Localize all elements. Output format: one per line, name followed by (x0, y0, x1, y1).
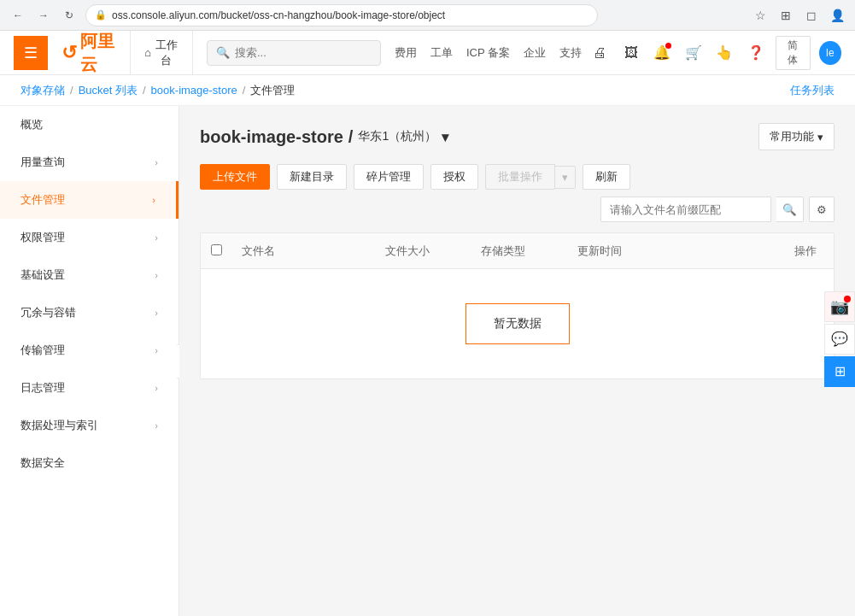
toolbar: 上传文件 新建目录 碎片管理 授权 批量操作 ▾ 刷新 🔍 ⚙ (200, 164, 835, 222)
sidebar-label-transfer: 传输管理 (20, 343, 65, 358)
chevron-usage: › (155, 157, 158, 167)
col-action-header: 操作 (721, 243, 823, 259)
header-checkbox[interactable] (211, 244, 242, 258)
avatar[interactable]: Ie (819, 41, 841, 65)
top-nav: ☰ ↺ 阿里云 ⌂ 工作台 🔍 费用 工单 ICP 备案 企业 支持 🖨 🖼 🔔… (0, 31, 855, 75)
sidebar-item-permissions[interactable]: 权限管理 › (0, 219, 179, 256)
nav-cart-icon[interactable]: 🛒 (682, 41, 704, 65)
search-area[interactable]: 🔍 (207, 40, 381, 66)
breadcrumb-sep-2: / (143, 84, 146, 97)
sidebar-item-file-management[interactable]: 文件管理 › (0, 181, 179, 219)
batch-button[interactable]: 批量操作 (485, 164, 555, 190)
sidebar-label-file-management: 文件管理 (20, 192, 65, 208)
sidebar-item-transfer[interactable]: 传输管理 › (0, 331, 179, 369)
sidebar: 概览 用量查询 › 文件管理 › 权限管理 › 基础设置 › 冗余与容错 › 传… (0, 106, 179, 616)
browser-back-btn[interactable]: ← (9, 6, 27, 25)
breadcrumb-bar: 对象存储 / Bucket 列表 / book-image-store / 文件… (0, 75, 855, 106)
sidebar-item-data-security[interactable]: 数据安全 (0, 444, 179, 482)
breadcrumb-left: 对象存储 / Bucket 列表 / book-image-store / 文件… (20, 83, 295, 98)
address-bar[interactable]: 🔒 oss.console.aliyun.com/bucket/oss-cn-h… (85, 4, 598, 26)
nav-link-ticket[interactable]: 工单 (430, 45, 453, 61)
browser-bar: ← → ↻ 🔒 oss.console.aliyun.com/bucket/os… (0, 0, 855, 31)
sidebar-item-redundancy[interactable]: 冗余与容错 › (0, 294, 179, 331)
search-icon: 🔍 (782, 203, 797, 216)
file-search-button[interactable]: 🔍 (776, 197, 804, 222)
browser-refresh-btn[interactable]: ↻ (60, 6, 79, 25)
nav-link-icp[interactable]: ICP 备案 (466, 45, 510, 61)
browser-forward-btn[interactable]: → (34, 6, 53, 25)
region-label: 华东1（杭州） (358, 129, 436, 144)
float-btn-grid[interactable]: ⊞ (824, 356, 855, 387)
nav-print-icon[interactable]: 🖨 (589, 41, 611, 65)
select-all-checkbox[interactable] (211, 244, 222, 255)
col-time-header: 更新时间 (577, 243, 721, 259)
refresh-button[interactable]: 刷新 (583, 164, 630, 190)
float-btn-camera[interactable]: 📷 (824, 291, 855, 322)
browser-window-btn[interactable]: ◻ (802, 6, 821, 25)
chevron-file-management: › (152, 195, 155, 205)
empty-text: 暂无数据 (494, 316, 542, 330)
workbench-icon: ⌂ (144, 46, 151, 59)
breadcrumb-sep-1: / (70, 84, 73, 97)
nav-image-icon[interactable]: 🖼 (619, 41, 641, 65)
logo[interactable]: ↺ 阿里云 (61, 30, 116, 76)
url-text: oss.console.aliyun.com/bucket/oss-cn-han… (112, 9, 445, 21)
nav-help-icon[interactable]: ❓ (744, 41, 766, 65)
chevron-redundancy: › (155, 308, 158, 318)
nav-link-support[interactable]: 支持 (559, 45, 582, 61)
main-layout: 概览 用量查询 › 文件管理 › 权限管理 › 基础设置 › 冗余与容错 › 传… (0, 106, 855, 616)
auth-button[interactable]: 授权 (430, 164, 478, 190)
float-buttons: 📷 💬 ⊞ (824, 291, 855, 387)
dropdown-icon[interactable]: ▾ (442, 129, 448, 145)
batch-dropdown-button[interactable]: ▾ (555, 166, 576, 189)
nav-link-enterprise[interactable]: 企业 (524, 45, 546, 61)
nav-links: 费用 工单 ICP 备案 企业 支持 (395, 45, 582, 61)
search-input[interactable] (235, 46, 372, 59)
sidebar-item-basic-settings[interactable]: 基础设置 › (0, 256, 179, 294)
sidebar-label-redundancy: 冗余与容错 (20, 305, 76, 320)
chevron-data-processing: › (155, 420, 158, 431)
file-search-area: 🔍 ⚙ (600, 197, 835, 222)
browser-star-btn[interactable]: ☆ (751, 6, 770, 25)
browser-puzzle-btn[interactable]: ⊞ (776, 6, 795, 25)
bucket-name-title: book-image-store (200, 127, 343, 147)
file-table: 文件名 文件大小 存储类型 更新时间 操作 暂无数据 (200, 232, 835, 379)
breadcrumb-bucket-list[interactable]: Bucket 列表 (79, 83, 138, 98)
sidebar-item-data-processing[interactable]: 数据处理与索引 › (0, 407, 179, 444)
content-area: book-image-store / 华东1（杭州） ▾ 常用功能 ▾ 上传文件… (179, 106, 855, 616)
sidebar-label-permissions: 权限管理 (20, 230, 65, 245)
common-func-button[interactable]: 常用功能 ▾ (758, 123, 835, 150)
sidebar-label-data-security: 数据安全 (20, 455, 65, 471)
new-dir-button[interactable]: 新建目录 (277, 164, 347, 190)
language-button[interactable]: 简体 (776, 36, 811, 70)
nav-fingerprint-icon[interactable]: 👆 (713, 41, 735, 65)
float-btn-chat[interactable]: 💬 (824, 324, 855, 355)
nav-link-fee[interactable]: 费用 (395, 45, 417, 61)
sidebar-item-usage[interactable]: 用量查询 › (0, 144, 179, 181)
sidebar-label-logging: 日志管理 (20, 380, 65, 396)
empty-state: 暂无数据 (201, 269, 834, 378)
menu-button[interactable]: ☰ (14, 36, 48, 70)
nav-bell-icon[interactable]: 🔔 (651, 41, 673, 65)
fragment-button[interactable]: 碎片管理 (354, 164, 424, 190)
browser-user-btn[interactable]: 👤 (828, 6, 846, 25)
sidebar-label-basic-settings: 基础设置 (20, 267, 65, 283)
chevron-permissions: › (155, 232, 158, 243)
col-filename-header: 文件名 (242, 243, 385, 259)
file-search-input[interactable] (600, 197, 771, 222)
page-title-bar: book-image-store / 华东1（杭州） ▾ 常用功能 ▾ (200, 123, 835, 150)
title-separator: / (348, 127, 354, 147)
sidebar-item-logging[interactable]: 日志管理 › (0, 369, 179, 407)
breadcrumb-bucket-name[interactable]: book-image-store (151, 84, 237, 97)
page-title: book-image-store / 华东1（杭州） ▾ (200, 127, 448, 147)
chevron-logging: › (155, 383, 158, 393)
breadcrumb-oss[interactable]: 对象存储 (20, 83, 65, 98)
sidebar-item-overview[interactable]: 概览 (0, 106, 179, 144)
table-settings-button[interactable]: ⚙ (809, 197, 835, 222)
workbench-button[interactable]: ⌂ 工作台 (131, 31, 193, 75)
upload-button[interactable]: 上传文件 (200, 164, 270, 190)
col-size-header: 文件大小 (385, 243, 481, 259)
workbench-label: 工作台 (155, 38, 179, 68)
browser-toolbar-right: ☆ ⊞ ◻ 👤 (751, 6, 846, 25)
task-list-link[interactable]: 任务列表 (790, 83, 835, 98)
